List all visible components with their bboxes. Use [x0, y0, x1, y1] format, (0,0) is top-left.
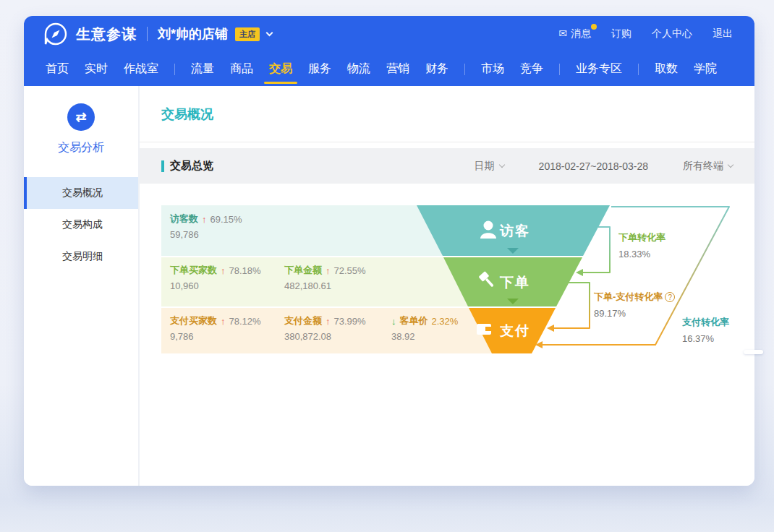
messages-label: 消息 — [571, 27, 591, 39]
app-body: 交易分析 交易概况 交易构成 交易明细 交易概况 交易总览 日期 — [24, 86, 754, 486]
metric-value: 380,872.08 — [284, 331, 366, 342]
metric-avg-order-value: 客单价 2.32% 38.92 — [391, 314, 458, 342]
logout-link[interactable]: 退出 — [713, 27, 733, 40]
section-bar: 交易总览 日期 2018-02-27~2018-03-28 所有终端 — [140, 148, 754, 184]
nav-item-traffic[interactable]: 流量 — [191, 52, 214, 86]
sidebar-item-trade-overview[interactable]: 交易概况 — [24, 177, 138, 209]
conversion-value: 89.17% — [594, 308, 675, 319]
metric-change: 69.15% — [210, 214, 242, 225]
order-payment-conversion: 下单-支付转化率 89.17% — [594, 291, 675, 319]
nav-item-logistics[interactable]: 物流 — [347, 52, 370, 86]
nav-item-realtime[interactable]: 实时 — [85, 52, 108, 86]
nav-item-business-zone[interactable]: 业务专区 — [576, 52, 622, 86]
nav-divider — [559, 64, 560, 75]
sidebar-item-trade-composition[interactable]: 交易构成 — [24, 209, 138, 241]
arrow-left-icon — [547, 325, 554, 332]
funnel-stage-label: 支付 — [499, 323, 530, 338]
section-title: 交易总览 — [170, 159, 213, 173]
nav-item-warroom[interactable]: 作战室 — [124, 52, 158, 86]
shop-chevron-down-icon[interactable] — [266, 29, 273, 36]
metric-payment-buyers: 支付买家数 78.12% 9,786 — [170, 314, 261, 342]
metric-change: 2.32% — [432, 316, 459, 327]
metric-label: 访客数 — [170, 213, 198, 226]
metric-change: 78.12% — [229, 316, 261, 327]
metric-label: 客单价 — [400, 314, 428, 327]
page-title-row: 交易概况 — [140, 86, 754, 142]
main-content: 交易概况 交易总览 日期 2018-02-27~2018-03-28 所有终端 — [140, 86, 754, 486]
page-title: 交易概况 — [161, 106, 213, 123]
sidebar-section-title: 交易分析 — [24, 140, 138, 155]
profile-link[interactable]: 个人中心 — [652, 27, 692, 40]
date-type-label: 日期 — [475, 160, 495, 173]
conversion-label: 下单转化率 — [618, 231, 665, 244]
topbar-right: 消息 订购 个人中心 退出 — [558, 27, 733, 40]
metric-value: 10,960 — [170, 280, 261, 291]
messages-link[interactable]: 消息 — [558, 27, 591, 40]
nav-item-competition[interactable]: 竞争 — [520, 52, 543, 86]
arrow-down-icon — [391, 316, 396, 327]
nav-item-data-extract[interactable]: 取数 — [655, 52, 678, 86]
arrow-left-icon — [576, 269, 583, 276]
metric-order-amount: 下单金额 72.55% 482,180.61 — [284, 264, 366, 291]
help-icon[interactable] — [665, 292, 675, 302]
section-title-wrap: 交易总览 — [161, 159, 213, 173]
shop-name[interactable]: 刘*帅的店铺 — [158, 25, 228, 43]
section-accent-bar — [161, 160, 164, 172]
sidebar-menu: 交易概况 交易构成 交易明细 — [24, 177, 138, 273]
nav-item-trade[interactable]: 交易 — [269, 52, 292, 86]
metric-value: 482,180.61 — [284, 280, 366, 291]
header-divider — [147, 27, 148, 41]
nav-item-service[interactable]: 服务 — [308, 52, 331, 86]
metric-change: 72.55% — [334, 265, 366, 276]
arrow-up-icon — [326, 316, 331, 327]
terminal-dropdown[interactable]: 所有终端 — [683, 160, 733, 173]
shop-badge: 主店 — [235, 27, 260, 41]
conversion-value: 16.37% — [682, 333, 729, 344]
date-range-picker[interactable]: 2018-02-27~2018-03-28 — [539, 160, 648, 172]
metric-visitors: 访客数 69.15% 59,786 — [170, 213, 242, 240]
chevron-down-icon — [498, 162, 504, 168]
nav-divider — [638, 64, 639, 75]
arrow-up-icon — [221, 316, 226, 327]
subscribe-link[interactable]: 订购 — [611, 27, 631, 40]
terminal-label: 所有终端 — [683, 160, 723, 173]
sidebar: 交易分析 交易概况 交易构成 交易明细 — [24, 86, 140, 486]
trade-funnel-chart: 访客 下单 支付 访客数 69.15% 59,786 下单买家数 — [161, 205, 730, 361]
arrow-up-icon — [221, 265, 226, 276]
filters: 日期 2018-02-27~2018-03-28 所有终端 — [475, 160, 733, 173]
mail-icon — [558, 27, 571, 39]
brand-name: 生意参谋 — [76, 25, 137, 44]
nav-divider — [174, 64, 175, 75]
nav-item-market[interactable]: 市场 — [481, 52, 504, 86]
funnel-stage-label: 访客 — [499, 223, 530, 239]
nav-item-home[interactable]: 首页 — [46, 52, 69, 86]
drawer-handle[interactable] — [744, 350, 763, 354]
metric-label: 下单买家数 — [170, 264, 217, 277]
order-conversion: 下单转化率 18.33% — [618, 231, 665, 259]
chevron-down-icon — [728, 162, 733, 168]
metric-label: 支付金额 — [284, 314, 322, 327]
nav-item-academy[interactable]: 学院 — [694, 52, 717, 86]
metric-value: 59,786 — [170, 229, 242, 240]
nav-item-marketing[interactable]: 营销 — [386, 52, 409, 86]
notification-dot — [591, 24, 597, 30]
conversion-value: 18.33% — [618, 249, 665, 259]
wallet-icon — [477, 324, 491, 335]
arrow-up-icon — [202, 214, 207, 225]
app-window: 生意参谋 刘*帅的店铺 主店 消息 订购 个人中心 退出 首页 实时 作战室 流… — [24, 16, 754, 486]
topbar: 生意参谋 刘*帅的店铺 主店 消息 订购 个人中心 退出 — [24, 16, 754, 52]
funnel-stage-label: 下单 — [499, 275, 530, 290]
nav-item-finance[interactable]: 财务 — [425, 52, 448, 86]
date-type-dropdown[interactable]: 日期 — [475, 160, 504, 173]
metric-label: 支付买家数 — [170, 314, 217, 327]
metric-order-buyers: 下单买家数 78.18% 10,960 — [170, 264, 261, 291]
metric-change: 73.99% — [334, 316, 366, 327]
conversion-label: 下单-支付转化率 — [594, 291, 663, 304]
payment-conversion: 支付转化率 16.37% — [682, 316, 729, 344]
metric-payment-amount: 支付金额 73.99% 380,872.08 — [284, 314, 366, 342]
metric-value: 38.92 — [391, 331, 458, 342]
nav-item-goods[interactable]: 商品 — [230, 52, 253, 86]
exchange-arrows-icon — [67, 103, 95, 131]
sidebar-item-trade-detail[interactable]: 交易明细 — [24, 241, 138, 273]
conversion-label: 支付转化率 — [682, 316, 729, 329]
